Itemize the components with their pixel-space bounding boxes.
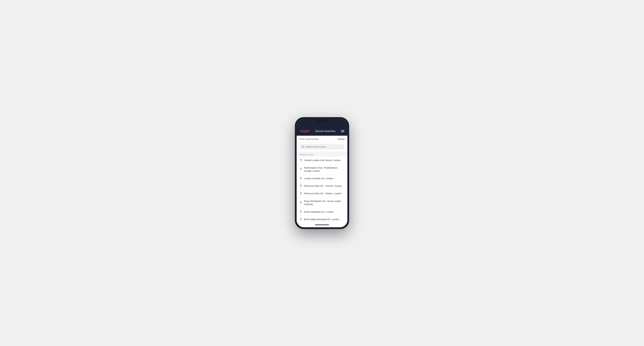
location-pin-icon xyxy=(300,185,302,187)
location-pin-icon xyxy=(300,210,302,213)
main-content: Find a Golf Course Cancel 🔍 Nearby cours… xyxy=(296,136,348,222)
list-item[interactable]: Richmond Park GC - Duke's, London xyxy=(296,190,348,197)
course-name: London Scottish GC, London xyxy=(304,177,333,180)
course-name: Brent Valley Municipal GC, London xyxy=(304,218,339,221)
home-bar xyxy=(315,224,329,225)
phone-device: clippd Recent Searches Find a Golf Cours… xyxy=(295,117,349,229)
list-item[interactable]: Royal Wimbledon GC, Great London Authori… xyxy=(296,197,348,208)
phone-screen: clippd Recent Searches Find a Golf Cours… xyxy=(296,119,348,227)
header-bar: clippd Recent Searches xyxy=(296,127,348,136)
nearby-heading: Nearby courses xyxy=(296,152,348,157)
menu-icon[interactable] xyxy=(341,130,344,132)
home-indicator xyxy=(296,222,348,227)
location-pin-icon xyxy=(300,218,302,221)
course-list: Central London Golf Centre, London Roeha… xyxy=(296,157,348,222)
course-name: Richmond Park GC - Duke's, London xyxy=(304,192,341,195)
course-name: Dukes Meadows GC, London xyxy=(304,210,334,213)
location-pin-icon xyxy=(300,177,302,180)
location-pin-icon xyxy=(300,168,302,171)
search-input[interactable] xyxy=(306,146,342,148)
notch-pill xyxy=(314,119,330,123)
course-name: Royal Wimbledon GC, Great London Authori… xyxy=(304,200,344,206)
list-item[interactable]: Dukes Meadows GC, London xyxy=(296,208,348,216)
location-pin-icon xyxy=(300,159,302,162)
search-container: 🔍 xyxy=(296,143,348,152)
course-name: Central London Golf Centre, London xyxy=(304,159,341,162)
find-bar: Find a Golf Course Cancel xyxy=(296,136,348,143)
header-title: Recent Searches xyxy=(315,130,335,133)
cancel-button[interactable]: Cancel xyxy=(338,138,344,140)
course-name: Richmond Park GC - Prince's, Surrey xyxy=(304,184,342,187)
list-item[interactable]: Brent Valley Municipal GC, London xyxy=(296,216,348,222)
course-name: Roehampton Club - Roehampton, Greater Lo… xyxy=(304,166,344,173)
list-item[interactable]: Richmond Park GC - Prince's, Surrey xyxy=(296,182,348,190)
search-icon: 🔍 xyxy=(302,146,304,148)
location-pin-icon xyxy=(300,192,302,195)
list-item[interactable]: Central London Golf Centre, London xyxy=(296,157,348,164)
notch-area xyxy=(296,119,348,127)
app-logo: clippd xyxy=(300,129,310,133)
list-item[interactable]: Roehampton Club - Roehampton, Greater Lo… xyxy=(296,164,348,175)
location-pin-icon xyxy=(300,201,302,204)
find-label: Find a Golf Course xyxy=(300,138,318,140)
list-item[interactable]: London Scottish GC, London xyxy=(296,175,348,182)
search-box: 🔍 xyxy=(300,144,344,150)
